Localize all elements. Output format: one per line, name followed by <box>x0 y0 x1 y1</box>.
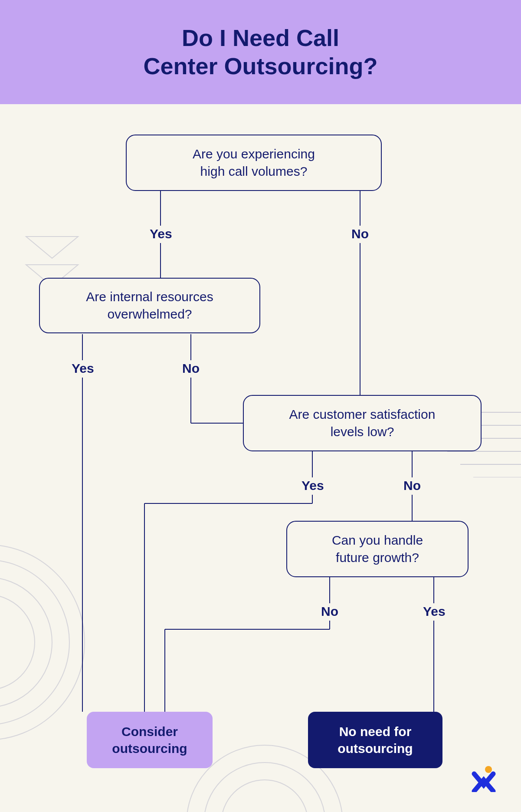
q2-yes-label: Yes <box>72 361 94 376</box>
svg-point-8 <box>0 595 35 690</box>
result-noneed-line2: outsourcing <box>338 741 413 756</box>
result-no-need: No need for outsourcing <box>308 712 442 768</box>
q2-line1: Are internal resources <box>86 289 213 304</box>
q1-line2: high call volumes? <box>200 164 308 178</box>
q3-no-label: No <box>403 478 421 493</box>
q4-no-label: No <box>321 604 338 619</box>
svg-point-36 <box>485 766 492 773</box>
q3-line1: Are customer satisfaction <box>289 407 436 421</box>
decision-q4: Can you handle future growth? <box>286 521 469 577</box>
q1-no-label: No <box>351 227 369 241</box>
result-consider-outsourcing: Consider outsourcing <box>87 712 213 768</box>
result-consider-line2: outsourcing <box>112 741 187 756</box>
brand-logo-icon <box>472 766 496 794</box>
flowchart-canvas: Are you experiencing high call volumes? … <box>0 104 521 812</box>
page-title-line2: Center Outsourcing? <box>143 53 377 79</box>
q4-yes-label: Yes <box>423 604 446 619</box>
q4-line1: Can you handle <box>332 533 423 547</box>
result-noneed-line1: No need for <box>339 724 412 739</box>
decision-q2: Are internal resources overwhelmed? <box>39 278 260 333</box>
q3-line2: levels low? <box>331 424 394 439</box>
svg-point-11 <box>0 545 85 740</box>
header-banner: Do I Need Call Center Outsourcing? <box>0 0 521 104</box>
decision-q3: Are customer satisfaction levels low? <box>243 395 482 451</box>
q3-yes-label: Yes <box>301 478 324 493</box>
q1-yes-label: Yes <box>150 227 172 241</box>
result-consider-line1: Consider <box>121 724 178 739</box>
q2-no-label: No <box>182 361 200 376</box>
decision-q1: Are you experiencing high call volumes? <box>126 135 382 191</box>
q4-line2: future growth? <box>336 550 419 565</box>
q2-line2: overwhelmed? <box>107 307 192 321</box>
svg-point-12 <box>221 780 308 812</box>
page-title: Do I Need Call Center Outsourcing? <box>143 24 377 80</box>
svg-point-9 <box>0 577 52 707</box>
svg-marker-0 <box>26 237 78 258</box>
decorative-circles-left-icon <box>0 542 87 744</box>
svg-point-13 <box>204 763 325 812</box>
page-title-line1: Do I Need Call <box>182 25 339 51</box>
q1-line1: Are you experiencing <box>193 147 315 161</box>
